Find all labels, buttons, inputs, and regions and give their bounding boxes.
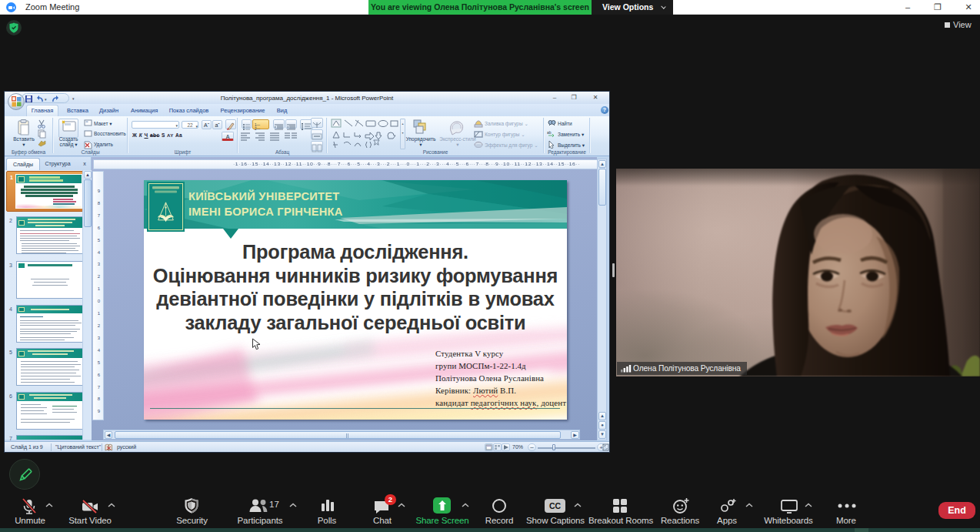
svg-text:2—: 2— — [255, 127, 261, 131]
svg-text:ab: ab — [547, 130, 552, 135]
